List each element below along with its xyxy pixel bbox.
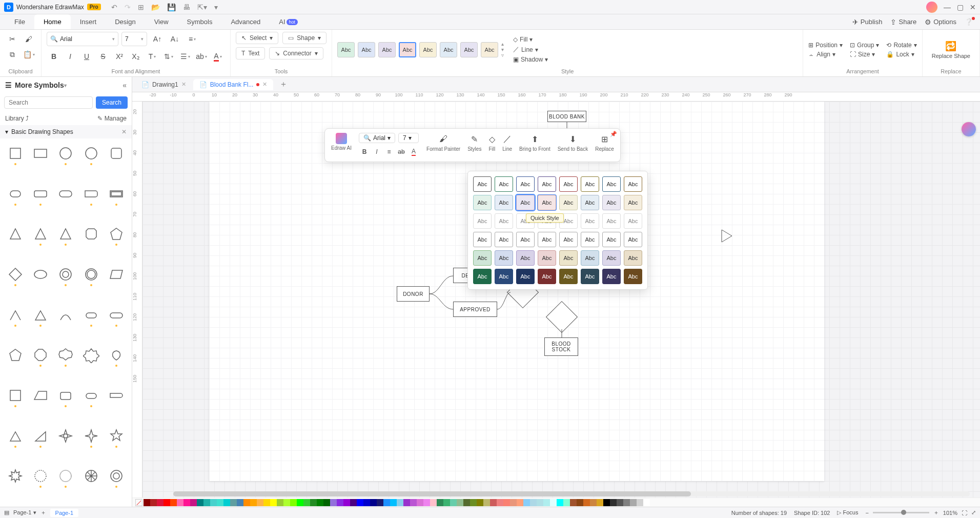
tab-file[interactable]: File	[5, 14, 34, 29]
quick-style-swatch[interactable]: Abc	[624, 213, 642, 229]
color-swatch[interactable]	[603, 499, 610, 506]
shape-gallery-item[interactable]	[106, 344, 128, 366]
float-bring-front[interactable]: ⬆Bring to Front	[519, 133, 550, 152]
color-swatch[interactable]	[303, 499, 310, 506]
quick-style-swatch[interactable]: Abc	[538, 176, 556, 192]
color-swatch[interactable]	[470, 499, 477, 506]
float-send-back[interactable]: ⬇Send to Back	[558, 133, 588, 152]
size-button[interactable]: ⛶ Size ▾	[850, 51, 879, 58]
quick-style-swatch[interactable]: Abc	[495, 250, 513, 266]
float-line[interactable]: ／Line	[502, 133, 512, 152]
quick-style-swatch[interactable]: Abc	[495, 269, 513, 284]
panel-collapse-icon[interactable]: «	[122, 81, 127, 89]
shape-gallery-item[interactable]	[80, 344, 102, 366]
shape-gallery-item[interactable]	[29, 344, 51, 366]
quick-style-swatch[interactable]: Abc	[581, 213, 599, 229]
color-swatch[interactable]	[290, 499, 297, 506]
color-swatch[interactable]	[537, 499, 543, 506]
color-swatch[interactable]	[610, 499, 617, 506]
close-icon[interactable]: ✕	[970, 3, 976, 11]
shape-gallery-item[interactable]	[80, 264, 102, 285]
quick-style-swatch[interactable]: Abc	[559, 250, 578, 266]
color-swatch[interactable]	[270, 499, 277, 506]
quick-style-swatch[interactable]: Abc	[473, 176, 492, 192]
rotate-button[interactable]: ⟲ Rotate ▾	[886, 42, 916, 49]
color-swatch[interactable]	[243, 499, 250, 506]
color-swatch[interactable]	[643, 499, 650, 506]
quick-style-swatch[interactable]: Abc	[559, 232, 578, 247]
color-swatch[interactable]	[530, 499, 537, 506]
color-swatch[interactable]	[164, 499, 170, 506]
quick-style-swatch[interactable]: Abc	[473, 195, 492, 210]
quick-style-swatch[interactable]: Abc	[538, 232, 556, 247]
quick-style-swatch[interactable]: Abc	[516, 232, 535, 247]
color-swatch[interactable]	[377, 499, 383, 506]
shape-gallery-item[interactable]	[55, 465, 77, 487]
color-swatch[interactable]	[423, 499, 430, 506]
text-align-icon[interactable]: ≡	[185, 32, 199, 46]
cut-icon[interactable]: ✂	[5, 32, 19, 46]
shape-gallery-item[interactable]	[4, 344, 26, 366]
color-swatch[interactable]	[417, 499, 423, 506]
shape-donor[interactable]: DONOR	[397, 286, 430, 302]
color-swatch[interactable]	[490, 499, 497, 506]
float-edraw-ai[interactable]: Edraw AI	[331, 133, 352, 151]
quick-style-swatch[interactable]: Abc	[559, 176, 578, 192]
options-button[interactable]: ⚙Options	[925, 18, 956, 26]
color-swatch[interactable]	[637, 499, 643, 506]
color-swatch[interactable]	[310, 499, 317, 506]
shape-gallery-item[interactable]	[80, 465, 102, 487]
ai-side-icon[interactable]	[962, 122, 976, 136]
ribbon-style-swatch[interactable]: Abc	[419, 42, 437, 57]
shape-gallery-item[interactable]	[4, 465, 26, 487]
color-swatch[interactable]	[617, 499, 623, 506]
increase-font-icon[interactable]: A↑	[150, 32, 165, 46]
open-icon[interactable]: 📂	[151, 3, 160, 11]
quick-style-swatch[interactable]: Abc	[538, 250, 556, 266]
connector-tool[interactable]: ↘ Connector ▾	[269, 47, 323, 59]
shape-gallery-item[interactable]	[4, 143, 26, 164]
zoom-slider[interactable]	[873, 512, 929, 513]
color-swatch[interactable]	[550, 499, 557, 506]
shape-gallery-item[interactable]	[4, 183, 26, 205]
float-italic-icon[interactable]: I	[371, 146, 382, 157]
color-swatch[interactable]	[623, 499, 630, 506]
color-swatch[interactable]	[497, 499, 503, 506]
color-swatch[interactable]	[483, 499, 490, 506]
color-swatch[interactable]	[330, 499, 337, 506]
shape-gallery-item[interactable]	[80, 143, 102, 164]
ribbon-style-swatch[interactable]: Abc	[399, 42, 416, 57]
quick-style-swatch[interactable]: Abc	[581, 269, 599, 284]
color-swatch[interactable]	[510, 499, 517, 506]
color-swatch[interactable]	[217, 499, 223, 506]
quick-style-swatch[interactable]: Abc	[602, 195, 621, 210]
float-styles[interactable]: ✎Styles	[467, 133, 481, 152]
color-swatch[interactable]	[543, 499, 550, 506]
shape-gallery-item[interactable]	[4, 385, 26, 406]
shape-gallery-item[interactable]	[55, 223, 77, 245]
shape-gallery-item[interactable]	[29, 223, 51, 245]
category-close-icon[interactable]: ✕	[121, 128, 127, 135]
superscript-icon[interactable]: X²	[112, 49, 127, 64]
shape-gallery-item[interactable]	[29, 183, 51, 205]
publish-button[interactable]: ✈Publish	[852, 18, 883, 26]
format-painter-icon[interactable]: 🖌	[22, 32, 36, 46]
color-swatch[interactable]	[503, 499, 510, 506]
color-swatch[interactable]	[350, 499, 357, 506]
quick-style-swatch[interactable]: Abc	[581, 232, 599, 247]
color-swatch[interactable]	[183, 499, 190, 506]
manage-link[interactable]: ✎ Manage	[97, 115, 127, 122]
color-swatch[interactable]	[237, 499, 243, 506]
shape-gallery-item[interactable]	[106, 304, 128, 326]
float-align-icon[interactable]: ≡	[383, 146, 395, 157]
quick-style-swatch[interactable]: Abc	[495, 195, 513, 210]
shape-gallery-item[interactable]	[80, 304, 102, 326]
float-strike-icon[interactable]: ab	[396, 146, 407, 157]
print-icon[interactable]: 🖶	[183, 3, 190, 11]
shape-gallery-item[interactable]	[29, 425, 51, 447]
quick-style-swatch[interactable]: Abc	[516, 250, 535, 266]
quick-style-swatch[interactable]: Abc	[624, 269, 642, 284]
group-button[interactable]: ⊡ Group ▾	[850, 42, 879, 49]
shape-gallery-item[interactable]	[80, 183, 102, 205]
color-swatch[interactable]	[317, 499, 323, 506]
